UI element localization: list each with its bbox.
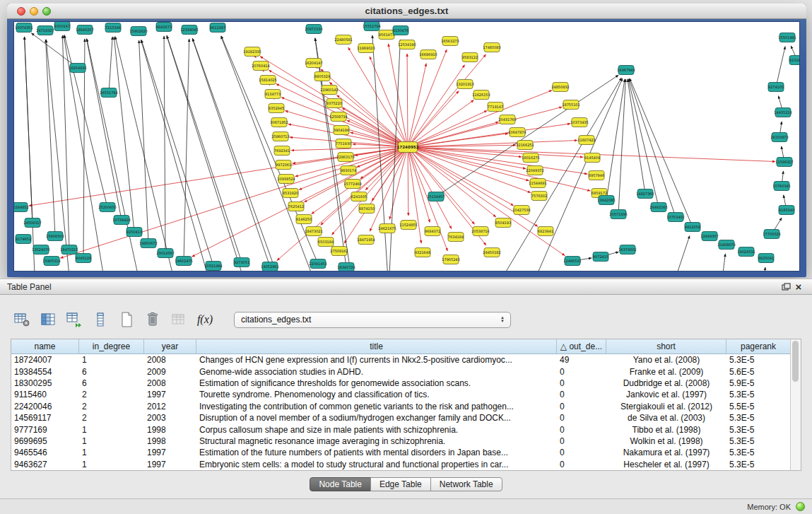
scrollbar-thumb[interactable] xyxy=(792,341,799,382)
tab-edge-table[interactable]: Edge Table xyxy=(370,477,431,491)
graph-node[interactable]: 8625091 xyxy=(758,254,774,263)
graph-node[interactable]: 32166251 xyxy=(516,141,534,150)
new-row-button[interactable] xyxy=(117,310,136,329)
graph-node[interactable]: 17485083 xyxy=(483,43,500,52)
graph-node[interactable]: 12649357 xyxy=(700,232,718,241)
graph-node[interactable]: 16563273 xyxy=(441,37,459,46)
graph-node[interactable]: 8531920 xyxy=(283,189,298,198)
graph-node[interactable]: 26531784 xyxy=(100,88,117,98)
row-options-button[interactable] xyxy=(90,310,110,329)
graph-node[interactable]: 11626153 xyxy=(472,90,490,100)
graph-node[interactable]: 7634184 xyxy=(448,233,464,242)
table-row[interactable]: 2242004622012Investigating the contribut… xyxy=(11,401,790,412)
graph-node[interactable]: 25860713 xyxy=(271,132,289,141)
graph-node[interactable]: 12486531 xyxy=(563,257,581,266)
graph-node[interactable]: 8352945 xyxy=(269,104,284,113)
graph-node[interactable]: 9561473 xyxy=(379,30,394,40)
graph-node[interactable]: 13529070 xyxy=(32,245,49,255)
graph-node[interactable]: 8504193 xyxy=(495,218,511,228)
graph-node[interactable]: 19602475 xyxy=(175,257,192,266)
graph-node[interactable]: 9273051 xyxy=(234,258,249,267)
tab-node-table[interactable]: Node Table xyxy=(310,477,371,491)
graph-node[interactable]: 22091453 xyxy=(309,259,326,269)
import-table-button[interactable] xyxy=(169,310,189,329)
graph-node[interactable]: 8841673 xyxy=(156,23,172,32)
graph-node[interactable]: 9612387 xyxy=(210,23,225,33)
table-row[interactable]: 1830029562008Estimation of significance … xyxy=(11,378,790,389)
graph-node[interactable]: 9185340 xyxy=(779,206,794,215)
column-header-pagerank[interactable]: pagerank xyxy=(726,339,790,354)
graph-node[interactable]: 9146250 xyxy=(296,215,312,224)
column-header-title[interactable]: title xyxy=(196,339,557,354)
delete-row-button[interactable] xyxy=(143,310,163,329)
graph-node[interactable]: 8130476 xyxy=(393,26,408,35)
graph-node[interactable]: 9583122 xyxy=(462,53,478,62)
graph-node[interactable]: 25200650 xyxy=(98,203,116,212)
graph-node[interactable]: 22480581 xyxy=(334,35,352,45)
graph-node[interactable]: 14435218 xyxy=(774,108,792,117)
graph-node[interactable]: 23014587 xyxy=(156,249,174,258)
graph-node[interactable]: 6503184 xyxy=(318,238,334,247)
network-canvas[interactable]: 1724095219182335207604141581402591347738… xyxy=(14,22,799,271)
table-row[interactable]: 911546021997Tourette syndrome. Phenomeno… xyxy=(11,389,790,400)
graph-node[interactable]: 16696910 xyxy=(419,50,437,59)
graph-node[interactable]: 21408679 xyxy=(717,240,735,250)
graph-node[interactable]: 30671852 xyxy=(270,118,288,127)
graph-node[interactable]: 18204635 xyxy=(69,64,86,73)
graph-node[interactable]: 14827360 xyxy=(636,189,654,199)
graph-node[interactable]: 12339045 xyxy=(180,25,198,35)
graph-node[interactable]: 7576302 xyxy=(531,192,547,201)
graph-node[interactable]: 17730528 xyxy=(763,230,780,239)
graph-node[interactable]: 9412058 xyxy=(685,223,700,232)
graph-node[interactable]: 16467943 xyxy=(617,66,635,75)
graph-node[interactable]: 10739428 xyxy=(112,216,130,225)
graph-node[interactable]: 27509162 xyxy=(330,247,348,256)
graph-node[interactable]: 22049372 xyxy=(526,166,543,175)
graph-node[interactable]: 24621675 xyxy=(378,224,396,233)
graph-node[interactable]: 20760414 xyxy=(252,62,269,71)
graph-node[interactable]: 10074351 xyxy=(15,23,33,33)
graph-node[interactable]: 14850672 xyxy=(139,239,157,248)
graph-node[interactable]: 20431760 xyxy=(498,115,516,124)
table-scrollbar[interactable] xyxy=(790,339,801,470)
table-row[interactable]: 1872400712008Changes of HCN gene express… xyxy=(11,354,790,366)
graph-node[interactable]: 17905243 xyxy=(442,255,459,264)
graph-node[interactable]: 10521484 xyxy=(204,262,222,271)
table-row[interactable]: 946554611997Estimation of the future num… xyxy=(11,447,790,458)
graph-node[interactable]: 9072415 xyxy=(593,252,608,262)
graph-node[interactable]: 18473021 xyxy=(305,227,322,236)
graph-node[interactable]: 9250413 xyxy=(126,228,142,237)
graph-node[interactable]: 7692341 xyxy=(274,146,290,156)
graph-node[interactable]: 15905314 xyxy=(42,257,60,266)
column-header-name[interactable]: name xyxy=(11,339,79,354)
graph-node[interactable]: 15772468 xyxy=(343,180,361,189)
graph-node[interactable]: 26150873 xyxy=(770,133,788,142)
graph-node[interactable]: 9684372 xyxy=(425,227,440,236)
graph-node[interactable]: 9045128 xyxy=(76,254,91,263)
graph-node[interactable]: 20871530 xyxy=(305,25,322,34)
graph-node[interactable]: 25606503 xyxy=(46,232,64,241)
graph-node[interactable]: 9830174 xyxy=(341,166,356,175)
graph-node[interactable]: 28492165 xyxy=(649,203,667,212)
graph-node[interactable]: 10647874 xyxy=(508,128,526,137)
graph-node[interactable]: 9174652 xyxy=(16,235,31,244)
function-builder-button[interactable]: f(x) xyxy=(195,310,215,329)
graph-node[interactable]: 20571936 xyxy=(609,210,627,219)
graph-node[interactable]: 9134773 xyxy=(265,90,281,99)
table-row[interactable]: 1938455462009Genome-wide association stu… xyxy=(11,366,790,377)
table-mode-button[interactable] xyxy=(12,310,32,329)
graph-node[interactable]: 16016275 xyxy=(522,153,539,163)
graph-node[interactable]: 16204147 xyxy=(305,59,322,68)
graph-node[interactable]: 11607423 xyxy=(577,136,595,145)
graph-node[interactable]: 15902820 xyxy=(129,27,147,36)
close-panel-icon[interactable]: × xyxy=(792,281,805,293)
graph-node[interactable]: 24508317 xyxy=(23,218,41,228)
graph-node[interactable]: 15814025 xyxy=(259,76,276,85)
graph-node[interactable]: 20538716 xyxy=(471,227,489,236)
create-column-button[interactable] xyxy=(64,310,84,329)
table-row[interactable]: 977716911998Corpus callosum shape and si… xyxy=(11,424,790,435)
graph-node[interactable]: 22960142 xyxy=(320,86,338,95)
graph-node[interactable]: 11598327 xyxy=(775,158,793,167)
graph-node[interactable]: 9321648 xyxy=(415,248,430,257)
graph-node[interactable]: 13201913 xyxy=(456,80,473,89)
